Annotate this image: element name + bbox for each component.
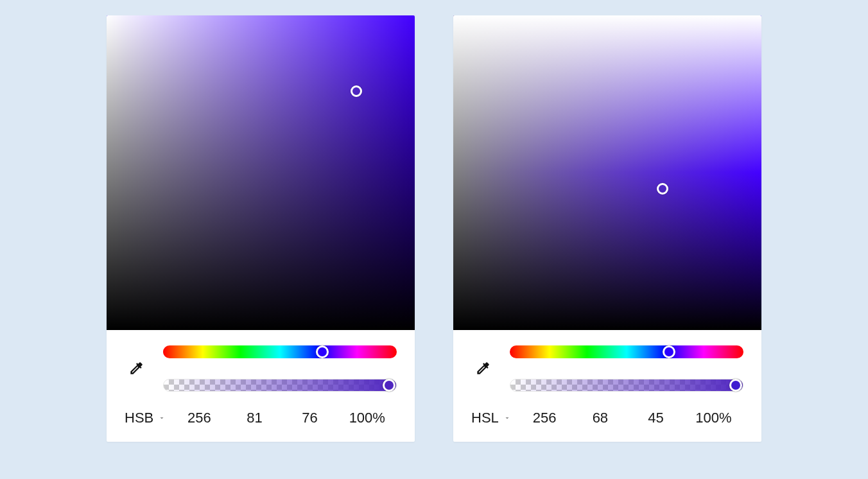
- color-mode-select[interactable]: HSB: [125, 410, 166, 426]
- alpha-thumb[interactable]: [383, 379, 395, 392]
- slider-controls: [107, 330, 415, 397]
- eyedropper-button[interactable]: [471, 357, 494, 380]
- saturation-brightness-area[interactable]: [107, 15, 415, 330]
- value-inputs: 256 68 45 100%: [517, 410, 743, 426]
- hue-value[interactable]: 256: [183, 410, 215, 426]
- sliders-column: [163, 345, 397, 392]
- black-gradient: [107, 15, 415, 330]
- hue-thumb[interactable]: [316, 345, 329, 358]
- color-picker-hsb: HSB 256 81 76 100%: [107, 15, 415, 442]
- saturation-value[interactable]: 68: [584, 410, 616, 426]
- alpha-slider[interactable]: [163, 379, 397, 392]
- color-picker-hsl: HSL 256 68 45 100%: [453, 15, 761, 442]
- mode-label: HSB: [125, 410, 153, 426]
- saturation-lightness-area[interactable]: [453, 15, 761, 330]
- black-white-gradient: [453, 15, 761, 330]
- value-inputs: 256 81 76 100%: [171, 410, 397, 426]
- slider-controls: [453, 330, 761, 397]
- sb-thumb[interactable]: [351, 85, 362, 97]
- saturation-value[interactable]: 81: [238, 410, 270, 426]
- brightness-value[interactable]: 76: [294, 410, 326, 426]
- mode-label: HSL: [471, 410, 499, 426]
- alpha-gradient: [164, 379, 396, 391]
- eyedropper-icon: [474, 360, 491, 377]
- hue-slider[interactable]: [163, 345, 397, 358]
- lightness-value[interactable]: 45: [640, 410, 672, 426]
- values-row: HSL 256 68 45 100%: [453, 397, 761, 442]
- hue-value[interactable]: 256: [528, 410, 560, 426]
- eyedropper-icon: [128, 360, 144, 377]
- hue-slider[interactable]: [510, 345, 743, 358]
- chevron-down-icon: [157, 414, 166, 422]
- alpha-thumb[interactable]: [729, 379, 742, 392]
- hue-thumb[interactable]: [663, 345, 675, 358]
- values-row: HSB 256 81 76 100%: [107, 397, 415, 442]
- alpha-gradient: [510, 379, 743, 391]
- eyedropper-button[interactable]: [125, 357, 148, 380]
- alpha-slider[interactable]: [510, 379, 743, 392]
- alpha-value[interactable]: 100%: [695, 410, 731, 426]
- sl-thumb[interactable]: [657, 183, 668, 195]
- sliders-column: [510, 345, 743, 392]
- alpha-value[interactable]: 100%: [349, 410, 385, 426]
- chevron-down-icon: [503, 414, 512, 422]
- color-mode-select[interactable]: HSL: [471, 410, 512, 426]
